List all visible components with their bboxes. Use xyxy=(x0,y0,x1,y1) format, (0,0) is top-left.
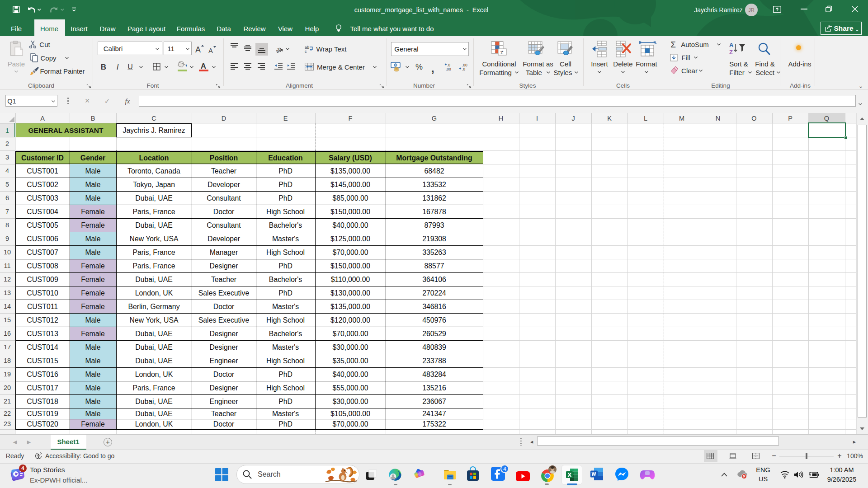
svg-text:Z: Z xyxy=(729,49,733,56)
svg-text:≠: ≠ xyxy=(500,49,504,56)
svg-text:c: c xyxy=(305,49,307,54)
svg-text:.0: .0 xyxy=(462,67,465,71)
svg-text:.00: .00 xyxy=(446,67,451,71)
svg-text:A: A xyxy=(729,42,734,48)
